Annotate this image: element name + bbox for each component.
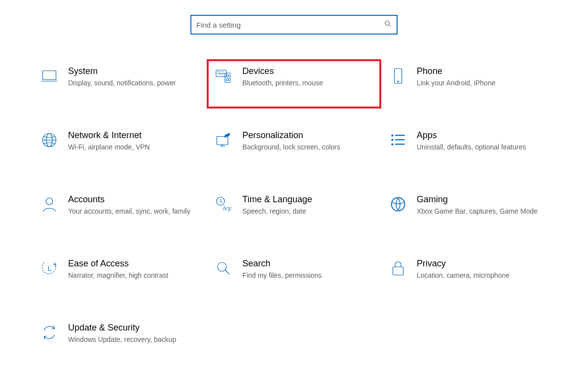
update-security-icon: [39, 323, 59, 342]
tile-desc: Xbox Game Bar, captures, Game Mode: [417, 207, 544, 216]
tile-apps[interactable]: Apps Uninstall, defaults, optional featu…: [381, 123, 555, 173]
search-box[interactable]: [190, 15, 398, 35]
svg-point-13: [398, 81, 399, 82]
svg-rect-9: [225, 73, 230, 83]
tile-time-language[interactable]: A 字 Time & Language Speech, region, date: [207, 187, 381, 237]
svg-point-10: [226, 75, 229, 77]
tile-privacy[interactable]: Privacy Location, camera, microphone: [381, 252, 555, 301]
tile-desc: Narrator, magnifier, high contrast: [68, 271, 195, 280]
tile-title: Gaming: [417, 194, 544, 205]
tile-update-security[interactable]: Update & Security Windows Update, recove…: [33, 316, 207, 365]
settings-grid: System Display, sound, notifications, po…: [33, 59, 555, 365]
apps-icon: [388, 130, 408, 150]
svg-line-1: [389, 25, 391, 27]
tile-desc: Bluetooth, printers, mouse: [242, 78, 369, 88]
tile-desc: Wi-Fi, airplane mode, VPN: [68, 143, 195, 152]
tile-title: Ease of Access: [68, 259, 195, 269]
svg-rect-21: [391, 139, 393, 141]
tile-desc: Link your Android, iPhone: [417, 78, 544, 88]
svg-rect-22: [391, 144, 393, 146]
search-section: [0, 0, 588, 44]
tile-title: Update & Security: [68, 323, 195, 333]
tile-search[interactable]: Search Find my files, permissions: [207, 252, 381, 301]
tile-desc: Uninstall, defaults, optional features: [417, 143, 544, 152]
tile-title: System: [68, 66, 195, 76]
search-tile-icon: [214, 259, 233, 278]
tile-title: Apps: [417, 130, 544, 141]
tile-phone[interactable]: Phone Link your Android, iPhone: [381, 59, 555, 109]
tile-desc: Background, lock screen, colors: [242, 143, 369, 152]
tile-desc: Windows Update, recovery, backup: [68, 335, 195, 344]
svg-point-0: [385, 21, 390, 26]
tile-title: Privacy: [417, 259, 544, 269]
tile-desc: Display, sound, notifications, power: [68, 78, 195, 88]
personalization-icon: [214, 130, 233, 150]
tile-accounts[interactable]: Accounts Your accounts, email, sync, wor…: [33, 187, 207, 237]
tile-personalization[interactable]: Personalization Background, lock screen,…: [207, 123, 381, 173]
tile-ease-of-access[interactable]: Ease of Access Narrator, magnifier, high…: [33, 252, 207, 301]
tile-desc: Your accounts, email, sync, work, family: [68, 207, 195, 216]
tile-title: Time & Language: [242, 194, 369, 205]
svg-rect-20: [391, 135, 393, 137]
search-input[interactable]: [196, 21, 384, 29]
tile-gaming[interactable]: Gaming Xbox Game Bar, captures, Game Mod…: [381, 187, 555, 237]
svg-point-33: [218, 262, 226, 271]
svg-point-32: [391, 198, 404, 211]
time-language-icon: A 字: [214, 194, 233, 214]
tile-desc: Location, camera, microphone: [417, 271, 544, 280]
svg-point-26: [46, 198, 53, 205]
tile-desc: Find my files, permissions: [242, 271, 369, 280]
tile-title: Network & Internet: [68, 130, 195, 141]
tile-system[interactable]: System Display, sound, notifications, po…: [33, 59, 207, 109]
privacy-icon: [388, 259, 408, 278]
accounts-icon: [39, 194, 59, 214]
gaming-icon: [388, 194, 408, 214]
svg-rect-35: [393, 267, 403, 275]
globe-icon: [39, 130, 59, 150]
tile-title: Personalization: [242, 130, 369, 141]
svg-line-34: [225, 270, 229, 274]
svg-rect-2: [43, 71, 56, 80]
svg-rect-17: [217, 137, 228, 145]
devices-icon: [214, 66, 233, 86]
svg-text:字: 字: [226, 206, 232, 212]
search-icon: [384, 20, 392, 30]
ease-of-access-icon: [39, 259, 59, 278]
system-icon: [39, 66, 59, 86]
svg-line-29: [220, 201, 222, 202]
tile-desc: Speech, region, date: [242, 207, 369, 216]
tile-title: Search: [242, 259, 369, 269]
tile-network[interactable]: Network & Internet Wi-Fi, airplane mode,…: [33, 123, 207, 173]
tile-title: Accounts: [68, 194, 195, 205]
phone-icon: [388, 66, 408, 86]
tile-title: Phone: [417, 66, 544, 76]
tile-title: Devices: [242, 66, 369, 76]
svg-point-11: [226, 78, 229, 81]
tile-devices[interactable]: Devices Bluetooth, printers, mouse: [207, 59, 381, 109]
